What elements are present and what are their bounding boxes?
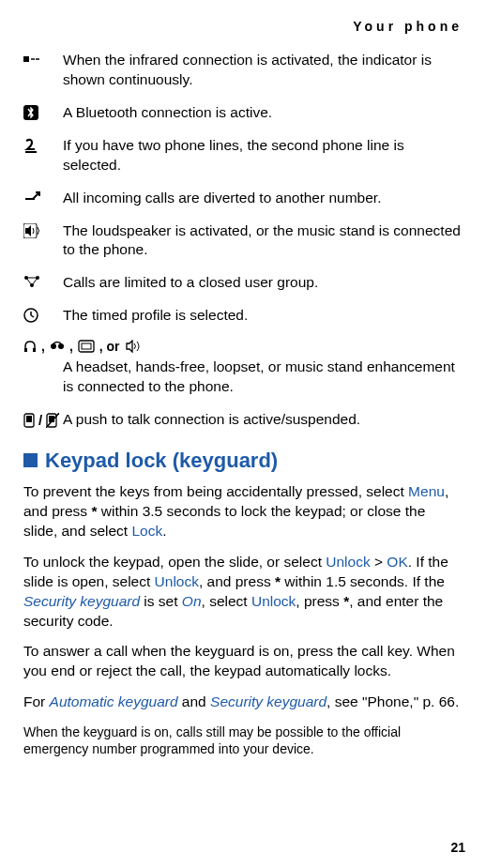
heading-bullet-icon [23, 453, 38, 467]
bluetooth-icon [23, 103, 63, 120]
svg-line-15 [31, 315, 34, 317]
svg-line-11 [26, 278, 32, 285]
link-on: On [182, 593, 202, 609]
ptt-suspended-icon [46, 413, 59, 428]
svg-line-26 [46, 413, 59, 428]
link-ok: OK [387, 554, 407, 570]
indicator-text: All incoming calls are diverted to anoth… [63, 189, 463, 208]
link-unlock: Unlock [326, 554, 370, 570]
link-unlock: Unlock [155, 573, 199, 589]
link-automatic-keyguard: Automatic keyguard [50, 693, 178, 709]
indicator-line2: If you have two phone lines, the second … [23, 136, 463, 175]
indicator-text: A Bluetooth connection is active. [63, 103, 463, 123]
indicator-divert: All incoming calls are diverted to anoth… [23, 189, 463, 208]
indicator-text: When the infrared connection is activate… [63, 51, 463, 90]
cug-icon [23, 273, 63, 288]
indicator-text: A headset, hands-free, loopset, or music… [23, 358, 463, 397]
svg-rect-17 [33, 348, 36, 352]
indicator-text: The loudspeaker is activated, or the mus… [63, 221, 463, 261]
indicator-headset: , , , or A headset, hands-free, loopset,… [23, 339, 463, 397]
handsfree-icon [50, 341, 65, 352]
paragraph-answer-call: To answer a call when the keyguard is on… [23, 642, 463, 681]
paragraph-keyguard-lock: To prevent the keys from being accidenta… [23, 482, 463, 541]
indicator-infrared: When the infrared connection is activate… [23, 51, 463, 90]
svg-rect-0 [23, 56, 29, 62]
chapter-header: Your phone [23, 19, 463, 34]
heading-text: Keypad lock (keyguard) [45, 449, 278, 473]
section-heading: Keypad lock (keyguard) [23, 449, 463, 473]
musicstand-icon [125, 340, 142, 353]
separator: , [41, 339, 45, 354]
page-number: 21 [450, 840, 465, 855]
indicator-text: A push to talk connection is active/susp… [63, 410, 463, 430]
svg-rect-16 [24, 348, 27, 352]
link-security-keyguard: Security keyguard [23, 593, 140, 609]
headphones-icon [23, 340, 37, 353]
svg-line-12 [32, 278, 38, 285]
indicator-text: If you have two phone lines, the second … [63, 136, 463, 175]
separator: , or [99, 339, 120, 354]
loudspeaker-icon [23, 221, 63, 238]
indicator-bluetooth: A Bluetooth connection is active. [23, 103, 463, 123]
slash: / [38, 412, 42, 428]
link-lock: Lock [131, 523, 162, 539]
separator: , [69, 339, 73, 354]
indicator-timed: The timed profile is selected. [23, 306, 463, 326]
indicator-cug: Calls are limited to a closed user group… [23, 273, 463, 293]
divert-icon [23, 189, 63, 202]
indicator-loudspeaker: The loudspeaker is activated, or the mus… [23, 221, 463, 261]
indicator-ptt: / A push to talk connection is active/su… [23, 410, 463, 430]
paragraph-keyguard-unlock: To unlock the keypad, open the slide, or… [23, 553, 463, 632]
ptt-active-icon [23, 413, 35, 428]
clock-icon [23, 306, 63, 323]
indicator-text: Calls are limited to a closed user group… [63, 273, 463, 293]
svg-point-18 [51, 343, 56, 349]
svg-rect-21 [82, 343, 91, 349]
link-menu: Menu [408, 483, 445, 499]
loopset-icon [78, 340, 95, 353]
paragraph-see-phone: For Automatic keyguard and Security keyg… [23, 693, 463, 712]
svg-rect-20 [79, 341, 94, 352]
link-security-keyguard: Security keyguard [210, 693, 327, 709]
svg-point-19 [58, 343, 64, 349]
svg-rect-23 [26, 416, 32, 422]
indicator-text: The timed profile is selected. [63, 306, 463, 326]
link-unlock: Unlock [251, 593, 296, 609]
emergency-note: When the keyguard is on, calls still may… [23, 723, 463, 757]
line2-icon [23, 136, 63, 153]
infrared-icon [23, 51, 63, 66]
